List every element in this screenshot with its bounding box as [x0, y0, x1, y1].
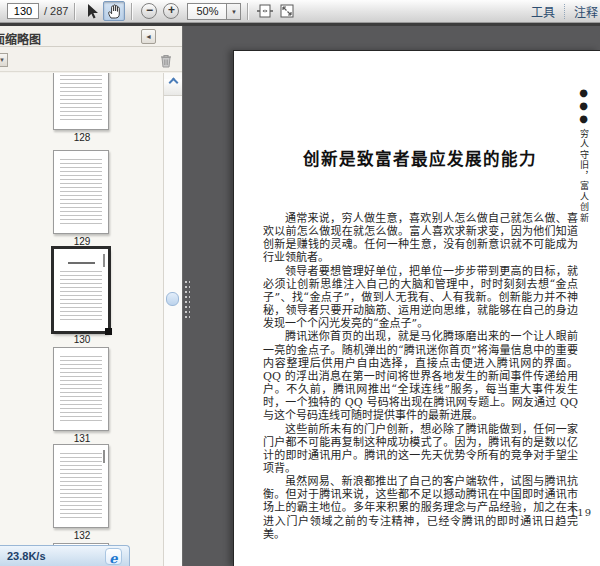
fit-page-button[interactable] — [276, 1, 298, 21]
fit-width-icon — [256, 2, 274, 20]
comments-pane-button[interactable]: 注释 — [574, 3, 598, 20]
chapter-seal-icon: ●●● — [577, 87, 590, 126]
zoom-out-button[interactable]: − — [141, 3, 157, 19]
ie-e-glyph: e — [109, 551, 117, 566]
panel-collapse-button[interactable]: ◄ — [141, 29, 156, 44]
chapter-side-text: 穷人守旧，富人创新 — [578, 129, 591, 224]
thumb-side-tab — [103, 254, 105, 267]
panel-title: 页面缩略图 — [0, 30, 41, 47]
thumbnail-label: 131 — [0, 433, 164, 444]
toolbar-separator — [74, 3, 75, 20]
thumb-text-lines — [60, 271, 102, 323]
internet-explorer-icon[interactable]: e — [105, 548, 122, 565]
thumbnails-panel-toolbar: ▼ — [0, 47, 182, 72]
thumb-text-lines — [60, 159, 102, 225]
cursor-arrow-icon — [83, 2, 101, 20]
fit-page-icon — [278, 2, 296, 20]
body-text: 通常来说，穷人做生意，喜欢别人怎么做自己就怎么做、喜欢以前怎么做现在就怎么做。富… — [263, 212, 578, 541]
tools-pane-button[interactable]: 工具 — [531, 3, 555, 20]
toolbar-separator — [131, 3, 132, 20]
panel-splitter[interactable] — [184, 26, 191, 566]
toolbar-bottom-edge — [0, 23, 600, 26]
scrollbar-thumb[interactable] — [166, 292, 179, 306]
download-speed-value: 23.8K/s — [7, 550, 46, 562]
thumbnail-list: 128 129 130 131 — [0, 73, 164, 566]
scroll-up-button[interactable] — [164, 79, 182, 96]
hand-tool-button[interactable] — [103, 1, 125, 21]
paragraph: 这些前所未有的门户创新，想必除了腾讯能做到，任何一家门户都不可能再复制这种成功模… — [263, 423, 578, 476]
hand-icon — [105, 2, 123, 20]
paragraph: 虽然网易、新浪都推出了自己的客户端软件，试图与腾讯抗衡。但对于腾讯来说，这些都不… — [263, 475, 578, 541]
scroll-mode-button[interactable] — [254, 1, 276, 21]
thumbnail-scrollbar[interactable] — [163, 73, 182, 566]
document-page: ●●● 穷人守旧，富人创新 创新是致富者最应发展的能力 通常来说，穷人做生意，喜… — [233, 50, 600, 566]
chevron-up-icon — [168, 78, 178, 88]
download-speed-overlay: 23.8K/s e — [0, 545, 130, 566]
paragraph: 腾讯迷你首页的出现，就是马化腾琢磨出来的一个让人眼前一亮的金点子。随机弹出的“腾… — [263, 330, 578, 422]
thumbnail-label: 132 — [0, 530, 164, 541]
thumbnails-panel-header: 页面缩略图 ◄ — [0, 26, 182, 47]
page-total-label: / 287 — [44, 5, 68, 17]
delete-page-button[interactable] — [157, 51, 175, 69]
zoom-level-value[interactable]: 50% — [187, 3, 227, 20]
thumbnail-label: 130 — [0, 334, 164, 345]
toolbar-dotted-separator — [564, 4, 565, 19]
paragraph: 领导者要想管理好单位，把单位一步步带到更高的目标，就必须让创新思维注入自己的大脑… — [263, 265, 578, 331]
trash-icon — [159, 53, 173, 68]
thumb-side-tab — [103, 450, 105, 463]
thumbnails-panel: 页面缩略图 ◄ ▼ 128 — [0, 26, 183, 566]
toolbar-separator — [247, 3, 248, 20]
thumbnail-page-130-selected[interactable] — [53, 248, 109, 332]
printed-page-number: 119 — [570, 507, 592, 518]
select-tool-button[interactable] — [81, 1, 103, 21]
thumb-text-lines — [60, 453, 102, 519]
thumbnail-label: 128 — [0, 132, 164, 143]
thumbnail-page-131[interactable] — [53, 347, 109, 431]
thumb-text-lines — [60, 73, 102, 121]
thumb-text-lines — [60, 356, 102, 422]
page-number-input[interactable] — [7, 3, 39, 19]
thumbnail-label: 129 — [0, 236, 164, 247]
thumbnail-page-132[interactable] — [53, 444, 109, 528]
thumb-title-line — [68, 262, 95, 264]
toolbar-right-group: 工具 注释 — [531, 3, 600, 20]
pdf-reader-window: / 287 − + 50% ▼ — [0, 0, 600, 566]
thumbnail-page-128[interactable] — [53, 73, 109, 130]
zoom-in-button[interactable]: + — [163, 3, 179, 19]
splitter-grip-icon[interactable] — [184, 280, 190, 318]
panel-options-button[interactable]: ▼ — [0, 53, 8, 67]
page-title: 创新是致富者最应发展的能力 — [262, 146, 578, 170]
zoom-dropdown-button[interactable]: ▼ — [227, 3, 241, 20]
paragraph: 通常来说，穷人做生意，喜欢别人怎么做自己就怎么做、喜欢以前怎么做现在就怎么做。富… — [263, 212, 578, 265]
thumbnail-page-129[interactable] — [53, 150, 109, 234]
toolbar: / 287 − + 50% ▼ — [0, 0, 600, 23]
